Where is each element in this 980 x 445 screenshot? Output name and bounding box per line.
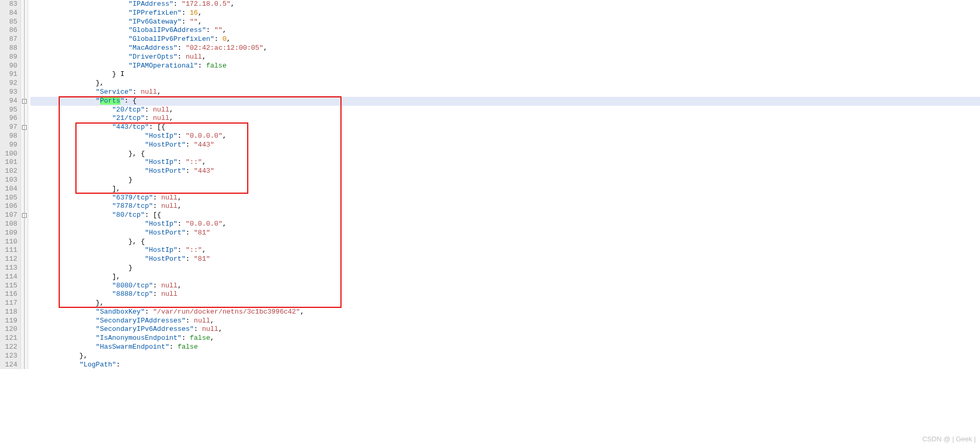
text-cursor: I xyxy=(120,70,121,78)
code-line[interactable]: }, { xyxy=(30,150,980,159)
code-line[interactable]: "Service": null, xyxy=(30,88,980,97)
code-line[interactable]: "8080/tcp": null, xyxy=(30,282,980,291)
line-number-gutter: 8384858687888990919293949596979899100101… xyxy=(0,0,21,369)
line-number: 84 xyxy=(2,9,17,18)
code-line[interactable]: "IPPrefixLen": 16, xyxy=(30,9,980,18)
code-line[interactable]: "HostIp": "::", xyxy=(30,246,980,255)
code-line[interactable]: "HostIp": "::", xyxy=(30,158,980,167)
line-number: 120 xyxy=(2,325,17,334)
line-number: 86 xyxy=(2,26,17,35)
code-line[interactable]: "HostPort": "81" xyxy=(30,255,980,264)
code-line[interactable]: "LogPath": xyxy=(30,361,980,370)
line-number: 119 xyxy=(2,317,17,326)
line-number: 104 xyxy=(2,185,17,194)
code-line[interactable]: "Ports": { xyxy=(30,97,980,106)
code-line[interactable]: "DriverOpts": null, xyxy=(30,53,980,62)
line-number: 99 xyxy=(2,141,17,150)
line-number: 113 xyxy=(2,264,17,273)
line-number: 100 xyxy=(2,150,17,159)
line-number: 105 xyxy=(2,194,17,203)
line-number: 111 xyxy=(2,246,17,255)
code-line[interactable]: "MacAddress": "02:42:ac:12:00:05", xyxy=(30,44,980,53)
fold-gutter[interactable]: --- xyxy=(21,0,28,369)
line-number: 89 xyxy=(2,53,17,62)
code-line[interactable]: "IPAddress": "172.18.0.5", xyxy=(30,0,980,9)
code-line[interactable]: }, { xyxy=(30,238,980,247)
line-number: 106 xyxy=(2,202,17,211)
line-number: 98 xyxy=(2,132,17,141)
code-line[interactable]: } xyxy=(30,264,980,273)
code-content[interactable]: "IPAddress": "172.18.0.5", "IPPrefixLen"… xyxy=(28,0,980,369)
code-line[interactable]: }, xyxy=(30,79,980,88)
line-number: 115 xyxy=(2,282,17,291)
line-number: 102 xyxy=(2,167,17,176)
line-number: 97 xyxy=(2,123,17,132)
search-highlight: Ports xyxy=(100,97,120,105)
line-number: 116 xyxy=(2,290,17,299)
line-number: 121 xyxy=(2,334,17,343)
code-line[interactable]: "SecondaryIPAddresses": null, xyxy=(30,317,980,326)
code-line[interactable]: "HostPort": "81" xyxy=(30,229,980,238)
line-number: 90 xyxy=(2,62,17,71)
code-line[interactable]: "443/tcp": [{ xyxy=(30,123,980,132)
line-number: 85 xyxy=(2,18,17,27)
line-number: 103 xyxy=(2,176,17,185)
code-line[interactable]: "HostIp": "0.0.0.0", xyxy=(30,220,980,229)
line-number: 96 xyxy=(2,114,17,123)
code-line[interactable]: "IPv6Gateway": "", xyxy=(30,18,980,27)
line-number: 88 xyxy=(2,44,17,53)
code-line[interactable]: }, xyxy=(30,299,980,308)
code-line[interactable]: "7878/tcp": null, xyxy=(30,202,980,211)
line-number: 114 xyxy=(2,273,17,282)
line-number: 122 xyxy=(2,343,17,352)
code-line[interactable]: "SecondaryIPv6Addresses": null, xyxy=(30,325,980,334)
code-line[interactable]: "GlobalIPv6Address": "", xyxy=(30,26,980,35)
line-number: 101 xyxy=(2,158,17,167)
line-number: 83 xyxy=(2,0,17,9)
line-number: 91 xyxy=(2,70,17,79)
code-line[interactable]: "HostIp": "0.0.0.0", xyxy=(30,132,980,141)
code-line[interactable]: "8888/tcp": null xyxy=(30,290,980,299)
code-line[interactable]: ], xyxy=(30,273,980,282)
line-number: 109 xyxy=(2,229,17,238)
line-number: 118 xyxy=(2,308,17,317)
line-number: 93 xyxy=(2,88,17,97)
line-number: 124 xyxy=(2,361,17,370)
line-number: 108 xyxy=(2,220,17,229)
code-line[interactable]: "6379/tcp": null, xyxy=(30,194,980,203)
code-line[interactable]: } I xyxy=(30,70,980,79)
line-number: 94 xyxy=(2,97,17,106)
code-line[interactable]: } xyxy=(30,176,980,185)
code-line[interactable]: "21/tcp": null, xyxy=(30,114,980,123)
line-number: 87 xyxy=(2,35,17,44)
code-editor[interactable]: 8384858687888990919293949596979899100101… xyxy=(0,0,980,369)
code-line[interactable]: "HasSwarmEndpoint": false xyxy=(30,343,980,352)
line-number: 117 xyxy=(2,299,17,308)
line-number: 110 xyxy=(2,238,17,247)
code-line[interactable]: "IsAnonymousEndpoint": false, xyxy=(30,334,980,343)
line-number: 92 xyxy=(2,79,17,88)
line-number: 95 xyxy=(2,106,17,115)
code-line[interactable]: "HostPort": "443" xyxy=(30,141,980,150)
line-number: 112 xyxy=(2,255,17,264)
code-line[interactable]: "20/tcp": null, xyxy=(30,106,980,115)
code-line[interactable]: "SandboxKey": "/var/run/docker/netns/3c1… xyxy=(30,308,980,317)
code-line[interactable]: "IPAMOperational": false xyxy=(30,62,980,71)
line-number: 123 xyxy=(2,352,17,361)
code-line[interactable]: "80/tcp": [{ xyxy=(30,211,980,220)
code-line[interactable]: "HostPort": "443" xyxy=(30,167,980,176)
code-line[interactable]: }, xyxy=(30,352,980,361)
code-line[interactable]: "GlobalIPv6PrefixLen": 0, xyxy=(30,35,980,44)
code-line[interactable]: ], xyxy=(30,185,980,194)
line-number: 107 xyxy=(2,211,17,220)
